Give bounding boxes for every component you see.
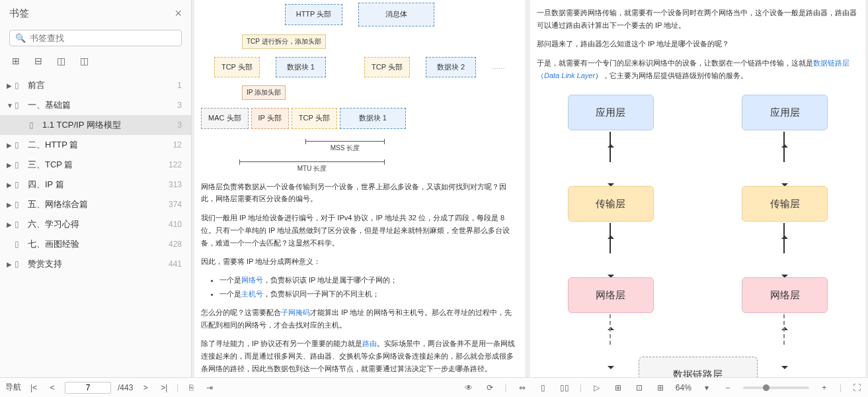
para: 网络层负责将数据从一个设备传输到另一个设备，世界上那么多设备，又该如何找到对方呢… [201, 181, 518, 205]
bookmark-item[interactable]: ▶▯前言1 [0, 75, 191, 95]
app-layer-box: 应用层 [568, 95, 654, 130]
bookmark-label: 六、学习心得 [28, 218, 169, 230]
bookmark-item[interactable]: ▶▯二、HTTP 篇12 [0, 135, 191, 155]
bookmark-icon: ▯ [15, 200, 24, 209]
bookmarks-sidebar: 书签 × 🔍 ⊞ ⊟ ◫ ◫ ▶▯前言1▼▯一、基础篇3▯1.1 TCP/IP … [0, 0, 192, 377]
bookmark-item[interactable]: ▯七、画图经验428 [0, 234, 191, 254]
bookmark-page: 374 [169, 200, 182, 209]
para: 我们一般用 IP 地址给设备进行编号，对于 IPv4 协议，IP 地址共 32 … [201, 212, 518, 249]
bookmark-icon: ▯ [15, 259, 24, 269]
data-block-2: 数据块 2 [426, 57, 476, 78]
bookmark-icon: ▯ [15, 160, 24, 169]
http-header-box: HTTP 头部 [285, 4, 343, 25]
page-right: 一旦数据需要跨网络传输，就需要有一个设备同时在两个网络当中，这个设备一般是路由器… [530, 0, 865, 377]
bookmark-icon: ▯ [15, 140, 24, 150]
data-block-1b: 数据块 1 [340, 108, 406, 129]
expand-icon[interactable]: ▶ [7, 221, 13, 228]
mac-header-box: MAC 头部 [201, 108, 249, 129]
bookmark-icon: ▯ [15, 81, 24, 90]
tcp-split-label: TCP 进行拆分，添加头部 [242, 34, 326, 49]
mss-label: MSS 长度 [305, 143, 385, 154]
expand-icon[interactable]: ▶ [7, 181, 13, 189]
bookmark-list: ▶▯前言1▼▯一、基础篇3▯1.1 TCP/IP 网络模型3▶▯二、HTTP 篇… [0, 73, 191, 377]
expand-icon[interactable]: ▶ [7, 82, 13, 89]
para: 除了寻址能力，IP 协议还有另一个重要的能力就是路由。实际场景中，两台设备并不是… [201, 337, 518, 375]
transport-layer-box: 传输层 [568, 186, 654, 222]
tcp-header-box-3: TCP 头部 [292, 108, 337, 129]
bookmark-page: 3 [177, 120, 182, 130]
bookmark-item[interactable]: ▶▯三、TCP 篇122 [0, 155, 191, 175]
bookmark-label: 四、IP 篇 [28, 179, 169, 191]
bookmark-page: 313 [169, 180, 182, 189]
search-input[interactable] [30, 33, 176, 43]
tcp-header-box-2: TCP 头部 [364, 57, 410, 78]
list-item: 一个是网络号，负责标识该 IP 地址是属于哪个子网的； [219, 275, 518, 287]
expand-icon[interactable]: ▶ [7, 261, 13, 268]
page-left: HTTP 头部 消息体 TCP 进行拆分，添加头部 TCP 头部 数据块 1 T… [194, 0, 525, 377]
bookmark-icon: ▯ [15, 101, 24, 110]
bookmark-page: 12 [173, 140, 182, 150]
bookmark-label: 二、HTTP 篇 [28, 139, 173, 151]
bookmark-item[interactable]: ▼▯一、基础篇3 [0, 95, 191, 115]
delete-bookmark-icon[interactable]: ⊟ [34, 56, 42, 66]
bookmark-tool2-icon[interactable]: ◫ [80, 56, 89, 66]
search-icon: 🔍 [15, 33, 26, 43]
bookmark-item[interactable]: ▶▯五、网络综合篇374 [0, 195, 191, 214]
network-layer-box: 网络层 [742, 277, 828, 313]
mtu-label: MTU 长度 [239, 163, 385, 174]
ip-add-label: IP 添加头部 [242, 85, 286, 100]
app-layer-box: 应用层 [742, 95, 828, 130]
expand-icon[interactable]: ▶ [7, 201, 13, 208]
bookmark-page: 122 [169, 160, 182, 169]
bookmark-label: 五、网络综合篇 [28, 198, 169, 210]
bookmark-label: 赞赏支持 [28, 258, 169, 270]
network-layer-box: 网络层 [568, 277, 654, 313]
bookmark-search[interactable]: 🔍 [9, 30, 182, 46]
bookmark-item[interactable]: ▶▯六、学习心得410 [0, 214, 191, 234]
ip-header-box: IP 头部 [251, 108, 289, 129]
bookmark-page: 410 [169, 220, 182, 229]
tcp-header-box: TCP 头部 [214, 57, 260, 78]
bookmark-label: 一、基础篇 [28, 99, 177, 111]
expand-icon[interactable]: ▶ [7, 142, 13, 149]
document-view: HTTP 头部 消息体 TCP 进行拆分，添加头部 TCP 头部 数据块 1 T… [192, 0, 868, 377]
bookmark-page: 3 [177, 101, 182, 110]
bookmark-page: 1 [177, 81, 182, 90]
transport-layer-box: 传输层 [742, 186, 828, 222]
bookmark-label: 1.1 TCP/IP 网络模型 [42, 119, 177, 131]
add-bookmark-icon[interactable]: ⊞ [12, 56, 20, 66]
data-block-1: 数据块 1 [276, 57, 326, 78]
list-item: 一个是主机号，负责标识同一子网下的不同主机； [219, 288, 518, 300]
bookmark-item[interactable]: ▶▯赞赏支持441 [0, 254, 191, 274]
bookmark-icon: ▯ [29, 120, 38, 130]
para: 怎么分的呢？这需要配合子网掩码才能算出 IP 地址 的网络号和主机号。那么在寻址… [201, 306, 518, 331]
para: 一旦数据需要跨网络传输，就需要有一个设备同时在两个网络当中，这个设备一般是路由器… [537, 7, 859, 31]
bookmark-item[interactable]: ▯1.1 TCP/IP 网络模型3 [0, 115, 191, 135]
bookmark-tool-icon[interactable]: ◫ [57, 56, 65, 66]
message-body-box: 消息体 [358, 3, 434, 26]
expand-icon[interactable]: ▶ [7, 161, 13, 169]
bookmark-icon: ▯ [15, 240, 24, 249]
bookmark-label: 七、画图经验 [28, 238, 169, 250]
para: 于是，就需要有一个专门的层来标识网络中的设备，让数据在一个链路中传输，这就是数据… [537, 57, 859, 81]
bookmark-icon: ▯ [15, 220, 24, 229]
para: 那问题来了，路由器怎么知道这个 IP 地址是哪个设备的呢？ [537, 38, 859, 50]
datalink-layer-box: 数据链路层 [639, 357, 758, 377]
expand-icon[interactable]: ▼ [7, 102, 13, 109]
bookmark-item[interactable]: ▶▯四、IP 篇313 [0, 175, 191, 195]
bookmark-page: 441 [169, 259, 182, 269]
sidebar-title: 书签 [9, 7, 29, 20]
bookmark-label: 三、TCP 篇 [28, 159, 169, 171]
close-icon[interactable]: × [175, 7, 182, 21]
para: 因此，需要将 IP 地址分成两种意义： [201, 255, 518, 268]
bookmark-page: 428 [169, 240, 182, 249]
bookmark-label: 前言 [28, 79, 177, 91]
bookmark-icon: ▯ [15, 180, 24, 189]
